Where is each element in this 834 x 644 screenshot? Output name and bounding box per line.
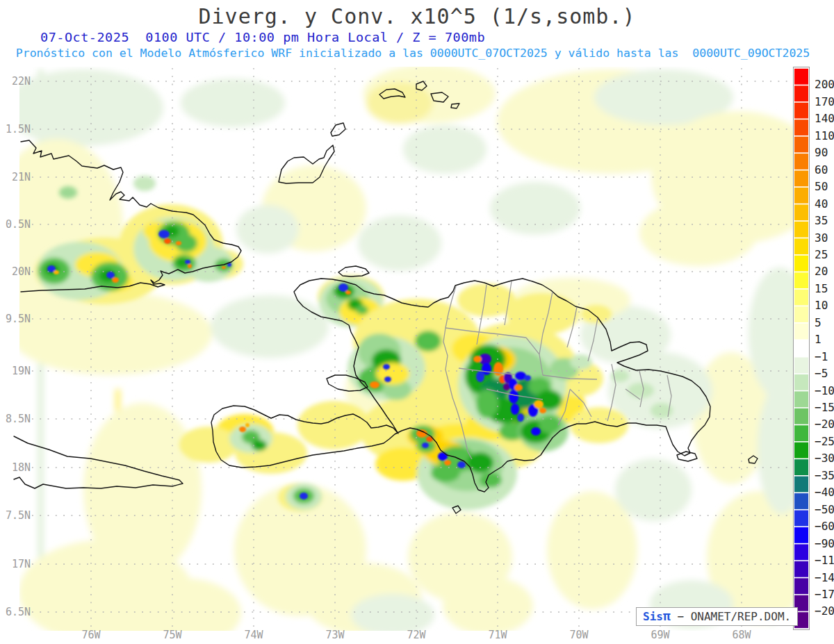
svg-text:90: 90 bbox=[815, 146, 828, 159]
svg-text:35: 35 bbox=[815, 214, 828, 227]
svg-text:22N: 22N bbox=[12, 75, 31, 88]
svg-text:170: 170 bbox=[815, 95, 834, 108]
svg-text:50: 50 bbox=[815, 180, 828, 193]
onamet-label: − ONAMET/REP.DOM. bbox=[671, 610, 791, 623]
svg-text:−20: −20 bbox=[815, 418, 834, 431]
svg-text:69W: 69W bbox=[651, 629, 670, 641]
svg-text:−30: −30 bbox=[815, 452, 834, 465]
svg-text:75W: 75W bbox=[163, 629, 182, 641]
svg-text:30: 30 bbox=[815, 231, 828, 245]
svg-text:71W: 71W bbox=[488, 629, 507, 641]
svg-text:18N: 18N bbox=[12, 461, 31, 474]
svg-text:20N: 20N bbox=[12, 265, 31, 278]
svg-text:−140: −140 bbox=[815, 571, 834, 584]
svg-text:76W: 76W bbox=[81, 629, 101, 641]
svg-text:17N: 17N bbox=[12, 558, 31, 570]
weather-map-page: Diverg. y Conv. x10^5 (1/s,somb.) 07-Oct… bbox=[0, 0, 834, 644]
svg-text:0.5N: 0.5N bbox=[6, 218, 31, 231]
svg-text:110: 110 bbox=[815, 129, 834, 142]
svg-text:7.5N: 7.5N bbox=[6, 509, 31, 522]
svg-text:19N: 19N bbox=[12, 365, 31, 377]
svg-text:1: 1 bbox=[815, 333, 821, 346]
svg-text:9.5N: 9.5N bbox=[6, 313, 31, 325]
svg-text:140: 140 bbox=[815, 112, 834, 125]
pi-symbol: π bbox=[663, 609, 671, 623]
svg-text:−1: −1 bbox=[815, 350, 828, 363]
svg-text:5: 5 bbox=[815, 316, 821, 329]
svg-text:40: 40 bbox=[815, 197, 828, 210]
svg-text:21N: 21N bbox=[12, 171, 31, 183]
svg-text:73W: 73W bbox=[325, 629, 345, 641]
svg-text:15: 15 bbox=[815, 282, 828, 295]
svg-text:−50: −50 bbox=[815, 503, 834, 516]
svg-text:6.5N: 6.5N bbox=[6, 606, 31, 618]
svg-text:−90: −90 bbox=[815, 537, 834, 550]
svg-text:20: 20 bbox=[815, 265, 828, 278]
svg-text:72W: 72W bbox=[407, 629, 426, 641]
svg-text:−170: −170 bbox=[815, 588, 834, 601]
colorbar-legend: 2001701401109060504035302520151051−1−5−1… bbox=[794, 67, 834, 630]
svg-text:74W: 74W bbox=[244, 629, 263, 641]
svg-text:−200: −200 bbox=[815, 604, 834, 618]
svg-text:25: 25 bbox=[815, 248, 828, 261]
sis-label: Sis bbox=[643, 610, 663, 623]
svg-text:−40: −40 bbox=[815, 486, 834, 499]
svg-text:8.5N: 8.5N bbox=[6, 413, 31, 425]
svg-text:−110: −110 bbox=[815, 554, 834, 567]
svg-text:−35: −35 bbox=[815, 469, 834, 482]
svg-text:60: 60 bbox=[815, 163, 828, 176]
svg-text:68W: 68W bbox=[732, 629, 751, 641]
divergence-map-canvas: 22N1.5N21N0.5N20N9.5N19N8.5N18N7.5N17N6.… bbox=[0, 0, 834, 644]
onamet-branding-badge: Sisπ − ONAMET/REP.DOM. bbox=[636, 607, 798, 626]
svg-text:10: 10 bbox=[815, 299, 828, 312]
svg-text:−15: −15 bbox=[815, 401, 834, 414]
svg-text:200: 200 bbox=[815, 78, 834, 91]
svg-text:70W: 70W bbox=[569, 629, 589, 641]
svg-text:−25: −25 bbox=[815, 435, 834, 448]
svg-text:−60: −60 bbox=[815, 520, 834, 533]
svg-text:−10: −10 bbox=[815, 384, 834, 397]
svg-text:−5: −5 bbox=[815, 367, 828, 380]
svg-text:1.5N: 1.5N bbox=[6, 123, 31, 135]
